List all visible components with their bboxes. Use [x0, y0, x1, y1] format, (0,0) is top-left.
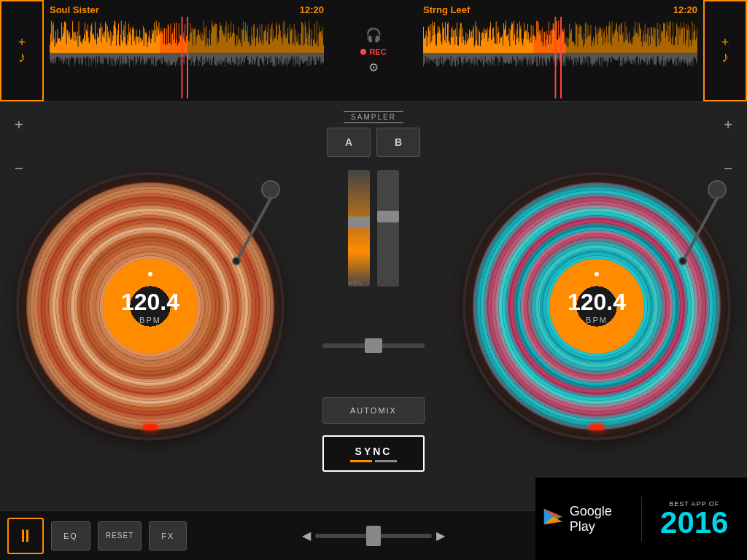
fader-channel-left — [348, 170, 370, 287]
sync-line-white — [375, 460, 397, 462]
bottom-left-controls: ⏸ EQ RESET FX — [7, 518, 252, 554]
sampler-label: SAMPLER — [344, 111, 403, 123]
crossfader-left-arrow[interactable]: ◀ — [302, 529, 311, 542]
headphones-icon[interactable]: 🎧 — [365, 27, 382, 43]
sync-line-orange — [350, 460, 372, 462]
year-text: 2016 — [660, 508, 728, 538]
settings-icon[interactable]: ⚙ — [368, 61, 379, 74]
rec-button[interactable]: REC — [360, 47, 386, 56]
dj-main: + − 120.4 BPM — [0, 102, 747, 510]
bpm-value-right: 120.4 — [568, 289, 626, 316]
track-right-time: 12:20 — [673, 4, 697, 15]
tonearm-left — [223, 179, 282, 266]
rec-label: REC — [369, 47, 386, 56]
track-right-name: Strng Leef — [423, 4, 470, 15]
track-left-name: Soul Sister — [50, 4, 99, 15]
pause-button[interactable]: ⏸ — [7, 518, 44, 554]
add-track-right-button[interactable]: + ♪ — [703, 0, 747, 101]
track-left: Soul Sister 12:20 — [44, 0, 330, 101]
turntable-right-section: + − STRG 120.4 BPM — [446, 102, 747, 510]
bpm-value-left: 120.4 — [121, 289, 179, 316]
turntable-right-outer: STRG 120.4 BPM — [465, 175, 728, 438]
music-note-icon-right: ♪ — [721, 49, 729, 66]
sync-label: SYNC — [355, 446, 392, 457]
waveform-right[interactable] — [423, 17, 697, 98]
bpm-label-left: BPM — [139, 316, 161, 324]
fader-handle-left[interactable] — [348, 217, 370, 228]
vinyl-dot-left — [148, 272, 152, 276]
center-mixer: SAMPLER A B VOL — [301, 102, 446, 510]
track-right: Strng Leef 12:20 — [417, 0, 703, 101]
reset-button[interactable]: RESET — [98, 521, 142, 551]
sync-button[interactable]: SYNC — [322, 435, 425, 472]
crossfader-right-arrow[interactable]: ▶ — [436, 529, 445, 542]
track-left-header: Soul Sister 12:20 — [50, 3, 324, 17]
fader-handle-right[interactable] — [377, 211, 399, 222]
crossfader-track-center[interactable] — [322, 343, 425, 348]
turntable-left-wrapper[interactable]: 120.4 BPM — [19, 175, 282, 438]
sampler-a-button[interactable]: A — [327, 128, 371, 157]
sampler-buttons: A B — [301, 128, 446, 157]
tonearm-right — [670, 179, 728, 266]
waveform-left[interactable] — [50, 17, 324, 98]
crossfader-center — [301, 343, 446, 348]
google-play-logo: Google Play — [543, 504, 634, 534]
top-bar: + ♪ Soul Sister 12:20 🎧 REC ⚙ Strng Leef… — [0, 0, 747, 102]
pitch-plus-left[interactable]: + — [15, 117, 23, 133]
svg-line-4 — [684, 198, 717, 259]
automix-button[interactable]: AUTOMIX — [322, 397, 425, 424]
faders-section: VOL — [348, 170, 399, 316]
bottom-center-controls: ◀ ▶ — [252, 529, 496, 542]
vinyl-center-right: 120.4 BPM — [549, 259, 644, 354]
google-play-section: Google Play — [535, 497, 642, 542]
playhead-right — [560, 17, 562, 98]
vol-label: VOL — [348, 279, 363, 287]
bpm-label-right: BPM — [586, 316, 608, 324]
svg-point-0 — [262, 181, 279, 198]
red-led-left — [143, 424, 158, 430]
sampler-b-button[interactable]: B — [376, 128, 420, 157]
plus-icon: + — [18, 36, 26, 49]
pitch-plus-right[interactable]: + — [724, 117, 732, 133]
crossfader-handle-center[interactable] — [365, 338, 382, 353]
pause-icon: ⏸ — [17, 526, 34, 546]
badge-area: Google Play BEST APP OF 2016 — [535, 478, 747, 560]
svg-point-2 — [233, 257, 240, 265]
track-left-time: 12:20 — [300, 4, 324, 15]
crossfader-bottom-handle[interactable] — [366, 526, 381, 546]
add-track-left-button[interactable]: + ♪ — [0, 0, 44, 101]
turntable-left-outer: 120.4 BPM — [19, 175, 282, 438]
playhead-left — [187, 17, 188, 98]
google-play-text: Google Play — [570, 504, 634, 534]
red-led-right — [589, 424, 604, 430]
bottom-bar: ⏸ EQ RESET FX ◀ ▶ EQ Google — [0, 510, 747, 560]
fader-left[interactable] — [348, 170, 370, 287]
music-note-icon: ♪ — [18, 49, 26, 66]
crossfader-bottom[interactable] — [315, 534, 432, 538]
vinyl-center-left: 120.4 BPM — [103, 259, 198, 354]
fader-channel-right — [377, 170, 399, 287]
svg-line-1 — [238, 198, 271, 259]
sampler-section: SAMPLER A B — [301, 109, 446, 157]
svg-point-3 — [708, 181, 726, 198]
sync-lines — [350, 460, 397, 462]
turntable-right-wrapper[interactable]: STRG 120.4 BPM — [465, 175, 728, 438]
turntable-left-section: + − 120.4 BPM — [0, 102, 301, 510]
eq-left-button[interactable]: EQ — [51, 521, 90, 551]
track-right-header: Strng Leef 12:20 — [423, 3, 697, 17]
fader-right[interactable] — [377, 170, 399, 287]
fx-button[interactable]: FX — [149, 521, 187, 551]
vinyl-dot-right — [595, 272, 599, 276]
google-play-icon — [543, 506, 564, 532]
center-controls-top: 🎧 REC ⚙ — [330, 0, 417, 101]
plus-icon-right: + — [721, 36, 729, 49]
rec-dot — [360, 49, 366, 55]
svg-point-5 — [679, 257, 686, 265]
best-app-section: BEST APP OF 2016 — [642, 493, 748, 545]
